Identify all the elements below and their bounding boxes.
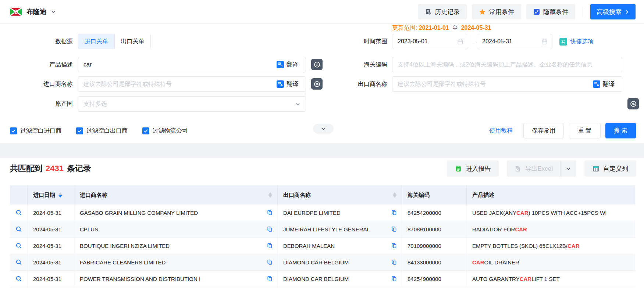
magnifier-icon [15,226,22,232]
command-icon [559,38,567,46]
row-detail-button[interactable] [10,221,27,237]
collapse-icon [533,8,540,15]
reset-button[interactable]: 重 置 [569,123,601,138]
cell-hs-code: 87089100000 [402,221,466,237]
exporter-fuzzy-match-toggle[interactable] [627,98,639,109]
filter-checkbox-item[interactable]: 过滤空白出口商 [76,127,128,135]
date-to-value: 2024-05-31 [482,38,512,45]
importer-input[interactable] [78,76,306,92]
copy-icon[interactable] [391,243,397,249]
update-range: 更新范围: 2021-01-01 至 2024-05-31 [392,24,491,32]
history-label: 历史记录 [435,8,460,16]
table-header-row: 进口日期 进口商名称 出口商名称 海关编码 产品描述 [10,185,635,205]
date-from-input[interactable]: 2023-05-01 [392,34,468,49]
origin-country-select[interactable]: 支持多选 [78,96,306,112]
copy-icon[interactable] [391,276,397,282]
topbar-actions: 历史记录 常用条件 隐藏条件 高级搜索 [418,4,636,19]
section-divider-band [0,143,644,158]
quick-options-label: 快捷选项 [570,38,594,46]
tab-export-declarations[interactable]: 出口关单 [114,34,150,49]
history-button[interactable]: 历史记录 [418,4,467,19]
cell-importer-name: BOUTIQUE INGERI NZIZA LIMITED [74,238,277,254]
table-row: 2024-05-31 POWER TRANSMISSION AND DISTRI… [10,271,635,287]
chevron-down-icon [321,126,326,131]
circle-arrows-icon [630,100,637,108]
filter-checkbox-item[interactable]: 过滤空白进口商 [10,127,61,135]
cell-importer-name: GASABO GRAIN MILLING COMPANY LIMITED [74,205,277,221]
export-options-dropdown[interactable] [560,160,576,177]
cell-exporter-name: DAI EUROPE LIMITED [277,205,402,221]
copy-icon[interactable] [267,226,273,232]
table-row: 2024-05-31 CPLUS JUMEIRAH LIFESTYLE GENE… [10,221,635,238]
header-import-date[interactable]: 进口日期 [27,185,74,205]
advanced-search-label: 高级搜索 [597,8,622,16]
hs-code-input[interactable] [392,57,622,72]
date-to-input[interactable]: 2024-05-31 [477,34,552,49]
copy-icon[interactable] [391,210,397,216]
search-button[interactable]: 搜 索 [605,123,636,138]
copy-icon[interactable] [267,210,273,216]
tab-import-declarations[interactable]: 进口关单 [78,34,114,49]
row-detail-button[interactable] [10,205,27,221]
cell-hs-code: 84133000000 [402,254,466,270]
favorites-button[interactable]: 常用条件 [472,4,521,19]
copy-icon[interactable] [267,243,273,249]
exporter-translate-button[interactable]: A 翻译 [593,76,615,92]
filter-checkbox-item[interactable]: 过滤物流公司 [142,127,188,135]
copy-icon[interactable] [267,259,273,265]
time-range-label: 时间范围 [320,34,387,49]
product-translate-button[interactable]: A 翻译 [277,57,298,72]
magnifier-icon [15,259,22,265]
table-row: 2024-05-31 GASABO GRAIN MILLING COMPANY … [10,205,635,221]
product-input[interactable] [78,57,306,72]
chevron-down-icon [566,166,571,171]
cell-product-description: EMPTY BOTTLES (SKOL) 65CLX12B/CAR [466,238,635,254]
collapse-form-button[interactable] [313,124,334,134]
sort-control-import-date[interactable] [58,192,62,198]
checkbox-checked-icon[interactable] [142,127,149,134]
translate-label: 翻译 [287,80,298,88]
cell-exporter-name: DEBORAH MALEAN [277,238,402,254]
export-excel-button[interactable]: 导出Excel [507,160,560,177]
date-separator: – [470,34,477,49]
copy-icon[interactable] [267,276,273,282]
header-exporter-name[interactable]: 出口商名称 [277,185,402,205]
hide-conditions-button[interactable]: 隐藏条件 [526,4,575,19]
translate-label: 翻译 [287,61,298,69]
customize-columns-button[interactable]: 自定义列 [584,160,636,177]
translate-icon: A [277,61,284,68]
magnifier-icon [15,209,22,216]
magnifier-icon [15,275,22,282]
export-split-button: 导出Excel [507,160,576,177]
highlighted-keyword: CAR [516,210,529,216]
origin-country-label: 原产国 [0,96,73,112]
row-detail-button[interactable] [10,254,27,270]
search-form: 更新范围: 2021-01-01 至 2024-05-31 数据源 进口关单 出… [0,24,644,143]
country-selector[interactable]: 布隆迪 [10,6,56,18]
header-importer-name[interactable]: 进口商名称 [74,185,277,205]
save-favorite-button[interactable]: 保存常用 [523,123,564,138]
cell-importer-name: POWER TRANSMISSION AND DISTRIBUTION I [74,271,277,287]
checkbox-checked-icon[interactable] [76,127,83,134]
checkbox-checked-icon[interactable] [10,127,17,134]
copy-icon[interactable] [391,226,397,232]
sort-control-importer[interactable] [268,192,272,198]
row-detail-button[interactable] [10,238,27,254]
exporter-input[interactable] [392,76,622,92]
importer-translate-button[interactable]: A 翻译 [277,76,298,92]
chevron-down-icon [295,101,300,107]
sort-control-exporter[interactable] [393,192,396,198]
translate-label: 翻译 [603,80,615,88]
country-name: 布隆迪 [26,7,46,16]
date-from-value: 2023-05-01 [398,38,428,45]
advanced-search-button[interactable]: 高级搜索 [590,4,636,19]
cell-importer-name: FABRICARE CLEANERS LIMITED [74,254,277,270]
tutorial-link[interactable]: 使用教程 [489,123,513,138]
row-detail-button[interactable] [10,271,27,287]
quick-options-button[interactable]: 快捷选项 [559,34,594,49]
cell-import-date: 2024-05-31 [27,271,74,287]
filter-group: 过滤空白进口商 过滤空白出口商 过滤物流公司 [10,123,188,138]
copy-icon[interactable] [391,259,397,265]
enter-report-button[interactable]: 进入报告 [447,160,499,177]
trade-data-search-page: 布隆迪 历史记录 常用条件 [0,0,644,289]
